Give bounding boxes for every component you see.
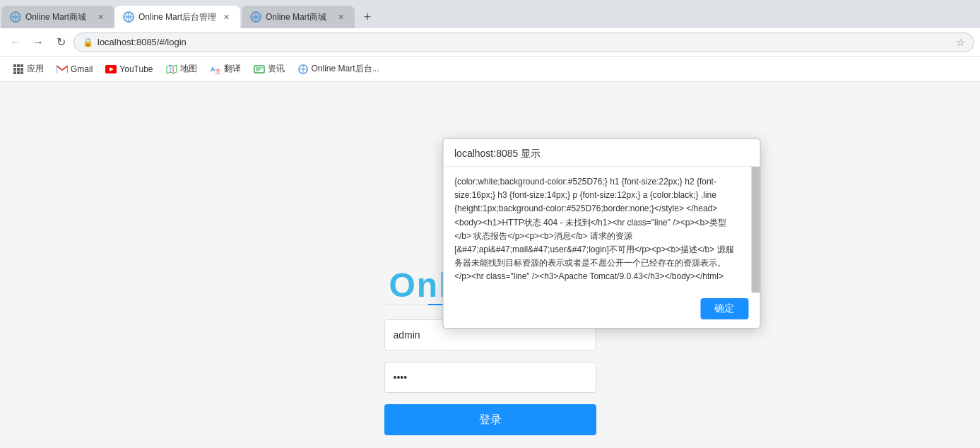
bookmark-apps-label: 应用: [27, 63, 44, 75]
dialog-footer: 确定: [443, 293, 760, 328]
lock-icon: 🔒: [83, 37, 93, 47]
tab1-close[interactable]: ✕: [95, 11, 106, 23]
tab1-title: Online Mart商城: [25, 11, 90, 23]
tab2-favicon: [123, 11, 134, 23]
dialog-confirm-button[interactable]: 确定: [700, 298, 748, 319]
dialog-body[interactable]: {color:white;background-color:#525D76;} …: [443, 167, 760, 293]
alert-dialog: localhost:8085 显示 {color:white;backgroun…: [442, 138, 760, 329]
bookmark-youtube-label: YouTube: [119, 64, 153, 74]
bookmark-youtube[interactable]: YouTube: [100, 61, 158, 78]
bookmark-apps[interactable]: 应用: [7, 60, 49, 78]
tab-bar: Online Mart商城 ✕ Online Mart后台管理 ✕ Online…: [0, 0, 980, 28]
bookmark-maps-label: 地图: [180, 63, 197, 75]
tab-1[interactable]: Online Mart商城 ✕: [1, 6, 114, 28]
bookmark-gmail[interactable]: Gmail: [51, 61, 98, 78]
address-bar[interactable]: 🔒 localhost:8085/#/login ☆: [73, 33, 974, 52]
new-tab-button[interactable]: +: [358, 7, 377, 27]
back-button[interactable]: ←: [6, 33, 25, 52]
dialog-overlay: localhost:8085 显示 {color:white;backgroun…: [0, 82, 980, 448]
svg-text:文: 文: [215, 68, 221, 75]
forward-arrow-icon: →: [33, 36, 44, 49]
youtube-icon: [105, 64, 117, 75]
maps-icon: [166, 64, 177, 75]
apps-icon: [13, 64, 24, 75]
tab3-favicon: [250, 11, 261, 23]
page-content: Online Mart 登录 注册 登录 localhost:8085 显示 {…: [0, 82, 980, 448]
bookmark-maps[interactable]: 地图: [160, 60, 203, 78]
translate-icon: A 文: [210, 64, 221, 75]
forward-button[interactable]: →: [28, 33, 48, 52]
news-icon: [254, 64, 265, 75]
bookmarks-bar: 应用 Gmail YouTube: [0, 57, 980, 82]
bookmark-gmail-label: Gmail: [71, 64, 93, 74]
bookmark-onlinemart[interactable]: Online Mart后台...: [292, 60, 385, 78]
onlinemart-icon: [297, 64, 309, 75]
tab2-title: Online Mart后台管理: [138, 11, 216, 23]
tab3-close[interactable]: ✕: [335, 11, 346, 23]
tab-2[interactable]: Online Mart后台管理 ✕: [114, 6, 240, 28]
bookmark-news[interactable]: 资讯: [248, 60, 290, 78]
dialog-header: localhost:8085 显示: [443, 139, 760, 167]
bookmark-news-label: 资讯: [268, 63, 285, 75]
bookmark-onlinemart-label: Online Mart后台...: [312, 63, 379, 75]
dialog-content-text: {color:white;background-color:#525D76;} …: [454, 177, 734, 281]
reload-icon: ↻: [57, 35, 66, 49]
gmail-icon: [57, 64, 68, 75]
bookmark-translate[interactable]: A 文 翻译: [204, 60, 247, 78]
reload-button[interactable]: ↻: [51, 33, 71, 52]
dialog-content: {color:white;background-color:#525D76;} …: [454, 175, 740, 284]
address-text: localhost:8085/#/login: [98, 37, 187, 47]
back-arrow-icon: ←: [10, 36, 21, 49]
browser-chrome: Online Mart商城 ✕ Online Mart后台管理 ✕ Online…: [0, 0, 980, 448]
tab1-favicon: [10, 11, 21, 23]
tab-3[interactable]: Online Mart商城 ✕: [242, 6, 355, 28]
tab3-title: Online Mart商城: [266, 11, 331, 23]
dialog-title: localhost:8085 显示: [454, 148, 541, 160]
nav-bar: ← → ↻ 🔒 localhost:8085/#/login ☆: [0, 28, 980, 57]
svg-marker-14: [167, 65, 177, 73]
star-icon: ☆: [956, 37, 965, 48]
bookmark-translate-label: 翻译: [224, 63, 241, 75]
tab2-close[interactable]: ✕: [220, 11, 232, 23]
